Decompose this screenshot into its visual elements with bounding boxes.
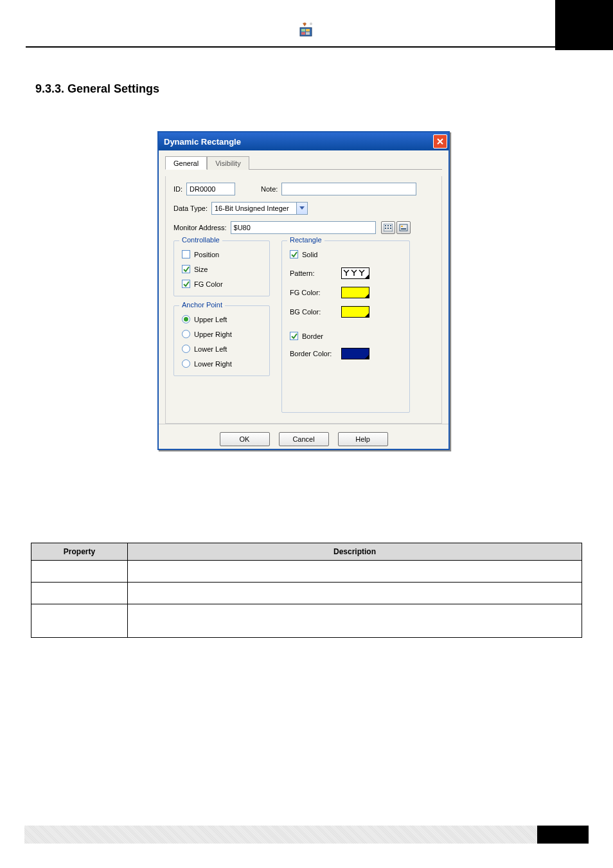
svg-rect-8: [387, 225, 389, 226]
id-field[interactable]: [186, 183, 235, 195]
dialog-body: General Visibility ID: Note: Data Type:: [159, 150, 449, 449]
fg-color-label: FG Color:: [290, 289, 336, 296]
border-color-picker[interactable]: [341, 348, 369, 359]
rectangle-title: Rectangle: [287, 236, 324, 244]
controllable-group: Controllable Position: [173, 240, 270, 296]
solid-label: Solid: [302, 251, 317, 258]
note-label: Note:: [261, 185, 278, 193]
anchor-lower-left[interactable]: Lower Left: [182, 345, 262, 353]
app-icon: [298, 21, 315, 39]
table-row: [31, 604, 582, 638]
tab-general[interactable]: General: [165, 156, 207, 170]
position-checkbox[interactable]: Position: [182, 250, 262, 258]
anchor-upper-left[interactable]: Upper Left: [182, 315, 262, 323]
anchor-lower-right[interactable]: Lower Right: [182, 359, 262, 368]
header-rule: [26, 46, 587, 48]
rectangle-group: Rectangle Solid Pattern:: [281, 240, 410, 413]
tab-page-general: ID: Note: Data Type: Monitor Addre: [165, 176, 442, 424]
monitor-address-label: Monitor Address:: [173, 224, 227, 231]
pattern-label: Pattern:: [290, 269, 336, 277]
fg-color-label: FG Color: [194, 280, 223, 288]
svg-rect-2: [306, 29, 310, 32]
chevron-down-icon[interactable]: [296, 203, 307, 214]
border-color-label: Border Color:: [290, 350, 336, 357]
svg-rect-1: [301, 29, 305, 32]
dialog-title: Dynamic Rectangle: [164, 137, 241, 147]
dialog-button-row: OK Cancel Help: [159, 424, 449, 449]
cancel-button[interactable]: Cancel: [279, 432, 329, 446]
footer-black-tab: [537, 826, 589, 844]
radio-icon: [182, 315, 190, 323]
svg-rect-4: [306, 32, 310, 35]
svg-rect-9: [390, 225, 391, 226]
data-type-select[interactable]: [211, 202, 308, 215]
fg-color-checkbox[interactable]: FG Color: [182, 280, 262, 288]
anchor-option-label: Upper Left: [194, 316, 227, 323]
header-icon-row: [0, 21, 613, 40]
note-field[interactable]: [281, 183, 416, 195]
svg-rect-13: [400, 224, 407, 231]
svg-rect-7: [385, 225, 386, 226]
close-button[interactable]: [433, 134, 447, 149]
checkbox-icon: [182, 265, 190, 273]
keypad-icon[interactable]: [381, 221, 395, 234]
svg-rect-15: [401, 228, 406, 230]
anchor-upper-right[interactable]: Upper Right: [182, 330, 262, 338]
svg-rect-14: [401, 226, 403, 227]
table-row: [31, 561, 582, 583]
pattern-picker[interactable]: [341, 267, 369, 279]
anchor-option-label: Lower Right: [194, 360, 232, 368]
solid-checkbox[interactable]: Solid: [290, 250, 402, 258]
fg-color-picker[interactable]: [341, 287, 369, 298]
property-description-table: Property Description: [31, 543, 582, 638]
radio-icon: [182, 345, 190, 353]
ok-button[interactable]: OK: [220, 432, 270, 446]
border-label: Border: [302, 332, 323, 340]
checkbox-icon: [182, 250, 190, 258]
footer-bar: [24, 826, 589, 844]
checkbox-icon: [290, 250, 298, 258]
id-label: ID:: [173, 185, 182, 193]
svg-rect-10: [385, 228, 386, 229]
dialog-titlebar: Dynamic Rectangle: [159, 132, 449, 150]
bg-color-label: BG Color:: [290, 308, 336, 316]
size-label: Size: [194, 266, 208, 273]
svg-point-5: [310, 23, 312, 25]
anchor-point-group: Anchor Point Upper Left Upper Right: [173, 305, 270, 376]
controllable-title: Controllable: [179, 236, 222, 244]
dialog-window: Dynamic Rectangle General Visibility ID:…: [157, 131, 450, 450]
svg-rect-11: [387, 228, 389, 229]
radio-icon: [182, 359, 190, 368]
monitor-address-field[interactable]: [231, 221, 376, 234]
help-button[interactable]: Help: [338, 432, 388, 446]
tab-strip: General Visibility: [165, 156, 442, 170]
description-header: Description: [128, 543, 582, 561]
page-heading: 9.3.3. General Settings: [35, 82, 159, 96]
tab-visibility[interactable]: Visibility: [207, 156, 249, 170]
header-black-tab: [555, 0, 613, 50]
data-type-select-wrap: [211, 202, 308, 215]
data-type-label: Data Type:: [173, 204, 208, 212]
checkbox-icon: [182, 280, 190, 288]
property-header: Property: [31, 543, 128, 561]
svg-rect-0: [300, 28, 312, 36]
anchor-option-label: Lower Left: [194, 345, 227, 353]
table-row: [31, 583, 582, 604]
anchor-option-label: Upper Right: [194, 330, 232, 338]
bg-color-picker[interactable]: [341, 306, 369, 318]
table-header-row: Property Description: [31, 543, 582, 561]
svg-rect-3: [301, 32, 305, 35]
anchor-point-title: Anchor Point: [179, 301, 225, 309]
checkbox-icon: [290, 332, 298, 340]
border-checkbox[interactable]: Border: [290, 332, 402, 340]
size-checkbox[interactable]: Size: [182, 265, 262, 273]
svg-rect-12: [390, 228, 391, 229]
tag-picker-icon[interactable]: [396, 221, 411, 234]
radio-icon: [182, 330, 190, 338]
position-label: Position: [194, 251, 219, 258]
